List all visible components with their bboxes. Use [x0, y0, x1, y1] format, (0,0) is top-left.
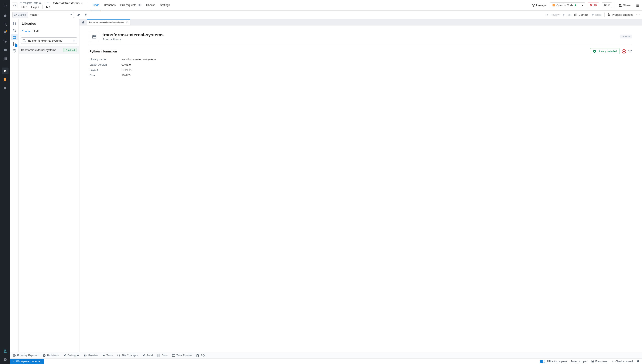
label-library-name: Library name	[90, 58, 122, 61]
label-layout: Layout	[90, 68, 122, 72]
error-count-button[interactable]: ✕10	[588, 2, 599, 8]
library-search[interactable]: ✕	[21, 38, 77, 44]
history-icon[interactable]	[2, 38, 9, 44]
close-icon[interactable]: ✕	[126, 21, 128, 24]
lab-icon[interactable]	[2, 348, 9, 355]
database-icon[interactable]	[2, 76, 9, 83]
tab-pypi[interactable]: PyPI	[34, 28, 39, 35]
workspace-connected[interactable]: ✓Workspace connected	[10, 359, 44, 364]
breadcrumb-ellipsis[interactable]: •••	[47, 2, 50, 4]
svg-rect-7	[4, 59, 5, 60]
checks-passed[interactable]: ✓Checks passed	[612, 360, 633, 363]
panel-task-runner[interactable]: Task Runner	[172, 354, 192, 357]
menu-toggle-icon[interactable]	[2, 2, 9, 9]
keyboard-shortcut-button[interactable]: ⌘K	[602, 2, 612, 8]
breadcrumb-current: External Transforms	[53, 2, 80, 5]
commit-button[interactable]: Commit	[574, 13, 588, 16]
svg-point-20	[620, 4, 621, 6]
panel-sql[interactable]: SQL	[196, 354, 206, 357]
svg-rect-18	[552, 4, 555, 6]
panel-docs[interactable]: Docs	[157, 354, 168, 357]
git-icon[interactable]: 1	[11, 41, 18, 47]
edit-icon[interactable]	[76, 12, 82, 18]
share-button[interactable]: Share	[617, 3, 632, 8]
search-panel-icon[interactable]	[11, 27, 18, 34]
org-count[interactable]: 1	[45, 5, 52, 9]
remove-icon[interactable]	[622, 49, 626, 54]
package-title: transforms-external-systems	[102, 32, 164, 38]
svg-point-16	[534, 4, 535, 5]
files-saved[interactable]: Files saved	[591, 360, 608, 363]
panel-foundry-explorer[interactable]: Foundry Explorer	[13, 354, 39, 357]
lineage-button[interactable]: Lineage	[530, 3, 547, 8]
svg-point-39	[23, 40, 25, 42]
panel-debugger[interactable]: Debugger	[63, 354, 80, 357]
aip-autocomplete-toggle[interactable]: AIP autocomplete	[540, 360, 567, 363]
folder-open-icon[interactable]	[2, 84, 9, 91]
panel-file-changes[interactable]: File Changes	[117, 354, 138, 357]
tab-branches[interactable]: Branches	[102, 0, 118, 10]
svg-point-37	[15, 43, 16, 44]
help-icon[interactable]: ?	[2, 356, 9, 363]
menu-file[interactable]: File▼	[20, 5, 29, 9]
package-icon[interactable]	[11, 34, 18, 40]
editor-tab[interactable]: transforms-external-systems ✕	[87, 19, 131, 25]
globe-icon[interactable]	[11, 48, 18, 54]
branch-selector[interactable]: Branch master ▾	[12, 12, 74, 18]
value-library-name: transforms-external-systems	[122, 58, 632, 61]
svg-point-36	[13, 44, 14, 46]
tab-pull-requests[interactable]: Pull requests1	[118, 0, 143, 10]
library-result-item[interactable]: transforms-external-systems ✓Added	[19, 46, 79, 54]
svg-point-31	[608, 15, 609, 16]
more-icon[interactable]: •••	[636, 13, 640, 16]
panel-problems[interactable]: Problems	[43, 354, 59, 357]
svg-point-43	[630, 52, 630, 52]
search-input[interactable]	[28, 39, 71, 42]
editor-type-icon	[12, 2, 18, 8]
svg-point-28	[85, 15, 86, 16]
svg-point-22	[636, 5, 636, 6]
added-badge: ✓Added	[63, 48, 77, 52]
breadcrumb: Magritte Data C… › ••• › External Transf…	[20, 2, 83, 5]
search-icon	[23, 39, 26, 42]
menu-help[interactable]: Help▼	[30, 5, 41, 9]
star-icon[interactable]: ☆	[81, 2, 83, 4]
panel-tests[interactable]: Tests	[102, 354, 113, 357]
svg-rect-40	[93, 36, 96, 38]
settings-icon[interactable]	[628, 50, 632, 53]
propose-changes-button[interactable]: Propose changes	[607, 13, 633, 16]
svg-rect-4	[4, 58, 5, 58]
test-button[interactable]: Test	[562, 13, 571, 16]
notifications-icon[interactable]	[2, 29, 9, 36]
tab-conda[interactable]: Conda	[22, 28, 30, 35]
camera-icon[interactable]	[2, 68, 9, 74]
activity-bar: ?	[0, 0, 10, 364]
status-bar: ✓Workspace connected AIP autocomplete Pr…	[10, 358, 642, 364]
svg-rect-6	[6, 58, 7, 58]
chevron-down-icon[interactable]: ▾	[580, 2, 585, 8]
home-icon[interactable]	[2, 12, 9, 19]
list-icon[interactable]	[634, 3, 640, 8]
file-icon[interactable]	[11, 20, 18, 27]
svg-point-10	[5, 71, 6, 72]
svg-rect-48	[159, 354, 160, 356]
panel-build[interactable]: Build	[142, 354, 153, 357]
project-scoped[interactable]: Project scoped	[571, 360, 587, 363]
tab-settings[interactable]: Settings	[158, 0, 172, 10]
folder-icon[interactable]	[2, 46, 9, 53]
conda-badge: CONDA	[620, 34, 632, 38]
build-button[interactable]: Build	[591, 13, 601, 16]
home-tab-icon[interactable]	[80, 19, 87, 25]
library-installed-button[interactable]: Library installed	[590, 48, 620, 54]
breadcrumb-root[interactable]: Magritte Data C…	[20, 2, 43, 4]
clear-icon[interactable]: ✕	[73, 39, 75, 42]
preview-button[interactable]: Preview	[545, 13, 559, 16]
search-icon[interactable]	[2, 21, 9, 28]
panel-preview[interactable]: Preview	[84, 354, 98, 357]
tab-code[interactable]: Code	[91, 0, 101, 10]
apps-icon[interactable]	[2, 55, 9, 62]
new-branch-icon[interactable]	[83, 12, 89, 18]
open-in-code-button[interactable]: Open in Code ▾	[550, 2, 585, 8]
bell-icon[interactable]	[637, 360, 639, 363]
tab-checks[interactable]: Checks	[144, 0, 157, 10]
